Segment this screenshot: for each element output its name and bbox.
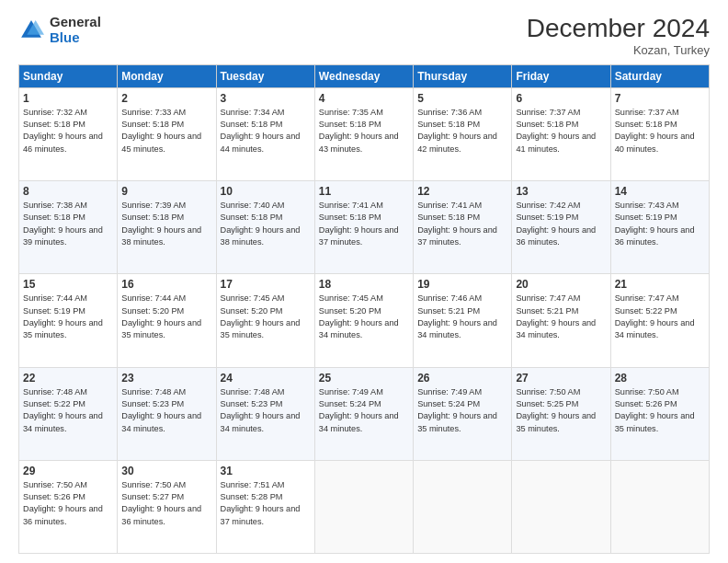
month-title: December 2024 [527, 15, 710, 43]
day-number: 30 [121, 465, 211, 477]
day-number: 18 [319, 278, 409, 291]
calendar-week-1: 1Sunrise: 7:32 AM Sunset: 5:18 PM Daylig… [19, 87, 710, 180]
calendar-cell [314, 460, 413, 553]
cell-sun-info: Sunrise: 7:42 AM Sunset: 5:19 PM Dayligh… [516, 200, 606, 248]
cell-sun-info: Sunrise: 7:36 AM Sunset: 5:18 PM Dayligh… [417, 107, 507, 155]
title-block: December 2024 Kozan, Turkey [527, 15, 710, 57]
calendar-week-2: 8Sunrise: 7:38 AM Sunset: 5:18 PM Daylig… [19, 181, 710, 274]
calendar-table: SundayMondayTuesdayWednesdayThursdayFrid… [18, 64, 710, 554]
logo-text: General Blue [50, 15, 101, 45]
cell-sun-info: Sunrise: 7:48 AM Sunset: 5:23 PM Dayligh… [121, 386, 211, 435]
calendar-cell: 25Sunrise: 7:49 AM Sunset: 5:24 PM Dayli… [314, 367, 413, 460]
cell-sun-info: Sunrise: 7:49 AM Sunset: 5:24 PM Dayligh… [319, 386, 409, 435]
day-number: 1 [23, 92, 113, 105]
day-header-sunday: Sunday [19, 64, 118, 87]
day-number: 19 [417, 278, 507, 291]
day-number: 23 [121, 372, 211, 385]
cell-sun-info: Sunrise: 7:50 AM Sunset: 5:25 PM Dayligh… [516, 386, 606, 435]
cell-sun-info: Sunrise: 7:41 AM Sunset: 5:18 PM Dayligh… [319, 200, 409, 248]
calendar-cell: 21Sunrise: 7:47 AM Sunset: 5:22 PM Dayli… [610, 274, 709, 367]
day-number: 5 [417, 92, 507, 105]
calendar-cell: 22Sunrise: 7:48 AM Sunset: 5:22 PM Dayli… [19, 367, 118, 460]
logo: General Blue [18, 15, 101, 45]
calendar-cell [414, 460, 512, 553]
logo-icon [18, 17, 44, 43]
calendar-cell: 31Sunrise: 7:51 AM Sunset: 5:28 PM Dayli… [216, 460, 314, 553]
day-number: 20 [516, 278, 606, 291]
calendar-cell: 16Sunrise: 7:44 AM Sunset: 5:20 PM Dayli… [118, 274, 216, 367]
cell-sun-info: Sunrise: 7:45 AM Sunset: 5:20 PM Dayligh… [221, 293, 311, 341]
cell-sun-info: Sunrise: 7:50 AM Sunset: 5:27 PM Dayligh… [121, 479, 211, 528]
calendar-cell: 24Sunrise: 7:48 AM Sunset: 5:23 PM Dayli… [216, 367, 314, 460]
cell-sun-info: Sunrise: 7:45 AM Sunset: 5:20 PM Dayligh… [319, 293, 409, 341]
day-header-thursday: Thursday [414, 64, 512, 87]
logo-blue-text: Blue [50, 30, 101, 46]
cell-sun-info: Sunrise: 7:33 AM Sunset: 5:18 PM Dayligh… [121, 107, 211, 155]
calendar-cell: 9Sunrise: 7:39 AM Sunset: 5:18 PM Daylig… [118, 181, 216, 274]
cell-sun-info: Sunrise: 7:44 AM Sunset: 5:19 PM Dayligh… [23, 293, 113, 341]
cell-sun-info: Sunrise: 7:40 AM Sunset: 5:18 PM Dayligh… [221, 200, 311, 248]
calendar-cell: 28Sunrise: 7:50 AM Sunset: 5:26 PM Dayli… [610, 367, 709, 460]
calendar-cell: 15Sunrise: 7:44 AM Sunset: 5:19 PM Dayli… [19, 274, 118, 367]
calendar-cell: 6Sunrise: 7:37 AM Sunset: 5:18 PM Daylig… [512, 87, 610, 180]
day-number: 15 [23, 278, 113, 291]
calendar-cell: 1Sunrise: 7:32 AM Sunset: 5:18 PM Daylig… [19, 87, 118, 180]
cell-sun-info: Sunrise: 7:43 AM Sunset: 5:19 PM Dayligh… [615, 200, 705, 248]
calendar-cell: 8Sunrise: 7:38 AM Sunset: 5:18 PM Daylig… [19, 181, 118, 274]
day-number: 25 [319, 372, 409, 385]
day-number: 12 [417, 185, 507, 198]
calendar-week-4: 22Sunrise: 7:48 AM Sunset: 5:22 PM Dayli… [19, 367, 710, 460]
day-number: 28 [615, 372, 705, 385]
day-number: 21 [615, 278, 705, 291]
header: General Blue December 2024 Kozan, Turkey [18, 15, 710, 57]
day-number: 22 [23, 372, 113, 385]
calendar-cell: 29Sunrise: 7:50 AM Sunset: 5:26 PM Dayli… [19, 460, 118, 553]
cell-sun-info: Sunrise: 7:46 AM Sunset: 5:21 PM Dayligh… [417, 293, 507, 341]
calendar-cell: 12Sunrise: 7:41 AM Sunset: 5:18 PM Dayli… [414, 181, 512, 274]
cell-sun-info: Sunrise: 7:37 AM Sunset: 5:18 PM Dayligh… [615, 107, 705, 155]
calendar-week-5: 29Sunrise: 7:50 AM Sunset: 5:26 PM Dayli… [19, 460, 710, 553]
day-number: 10 [221, 185, 311, 198]
calendar-cell [610, 460, 709, 553]
day-number: 13 [516, 185, 606, 198]
calendar-cell: 27Sunrise: 7:50 AM Sunset: 5:25 PM Dayli… [512, 367, 610, 460]
day-header-wednesday: Wednesday [314, 64, 413, 87]
cell-sun-info: Sunrise: 7:41 AM Sunset: 5:18 PM Dayligh… [417, 200, 507, 248]
day-number: 7 [615, 92, 705, 105]
day-number: 4 [319, 92, 409, 105]
day-header-friday: Friday [512, 64, 610, 87]
calendar-cell: 20Sunrise: 7:47 AM Sunset: 5:21 PM Dayli… [512, 274, 610, 367]
calendar-cell: 4Sunrise: 7:35 AM Sunset: 5:18 PM Daylig… [314, 87, 413, 180]
day-number: 8 [23, 185, 113, 198]
day-number: 9 [121, 185, 211, 198]
cell-sun-info: Sunrise: 7:38 AM Sunset: 5:18 PM Dayligh… [23, 200, 113, 248]
cell-sun-info: Sunrise: 7:35 AM Sunset: 5:18 PM Dayligh… [319, 107, 409, 155]
cell-sun-info: Sunrise: 7:37 AM Sunset: 5:18 PM Dayligh… [516, 107, 606, 155]
calendar-cell: 17Sunrise: 7:45 AM Sunset: 5:20 PM Dayli… [216, 274, 314, 367]
cell-sun-info: Sunrise: 7:39 AM Sunset: 5:18 PM Dayligh… [121, 200, 211, 248]
day-number: 27 [516, 372, 606, 385]
day-number: 16 [121, 278, 211, 291]
cell-sun-info: Sunrise: 7:47 AM Sunset: 5:21 PM Dayligh… [516, 293, 606, 341]
day-number: 26 [417, 372, 507, 385]
cell-sun-info: Sunrise: 7:32 AM Sunset: 5:18 PM Dayligh… [23, 107, 113, 155]
cell-sun-info: Sunrise: 7:51 AM Sunset: 5:28 PM Dayligh… [221, 479, 311, 528]
calendar-cell: 14Sunrise: 7:43 AM Sunset: 5:19 PM Dayli… [610, 181, 709, 274]
day-header-tuesday: Tuesday [216, 64, 314, 87]
cell-sun-info: Sunrise: 7:49 AM Sunset: 5:24 PM Dayligh… [417, 386, 507, 435]
calendar-cell: 13Sunrise: 7:42 AM Sunset: 5:19 PM Dayli… [512, 181, 610, 274]
day-number: 29 [23, 465, 113, 477]
cell-sun-info: Sunrise: 7:50 AM Sunset: 5:26 PM Dayligh… [615, 386, 705, 435]
day-header-saturday: Saturday [610, 64, 709, 87]
calendar-cell: 26Sunrise: 7:49 AM Sunset: 5:24 PM Dayli… [414, 367, 512, 460]
day-number: 24 [221, 372, 311, 385]
calendar-cell: 10Sunrise: 7:40 AM Sunset: 5:18 PM Dayli… [216, 181, 314, 274]
cell-sun-info: Sunrise: 7:34 AM Sunset: 5:18 PM Dayligh… [221, 107, 311, 155]
day-header-monday: Monday [118, 64, 216, 87]
page: General Blue December 2024 Kozan, Turkey… [0, 0, 728, 563]
day-number: 31 [221, 465, 311, 477]
calendar-cell: 19Sunrise: 7:46 AM Sunset: 5:21 PM Dayli… [414, 274, 512, 367]
day-number: 17 [221, 278, 311, 291]
cell-sun-info: Sunrise: 7:47 AM Sunset: 5:22 PM Dayligh… [615, 293, 705, 341]
day-number: 14 [615, 185, 705, 198]
